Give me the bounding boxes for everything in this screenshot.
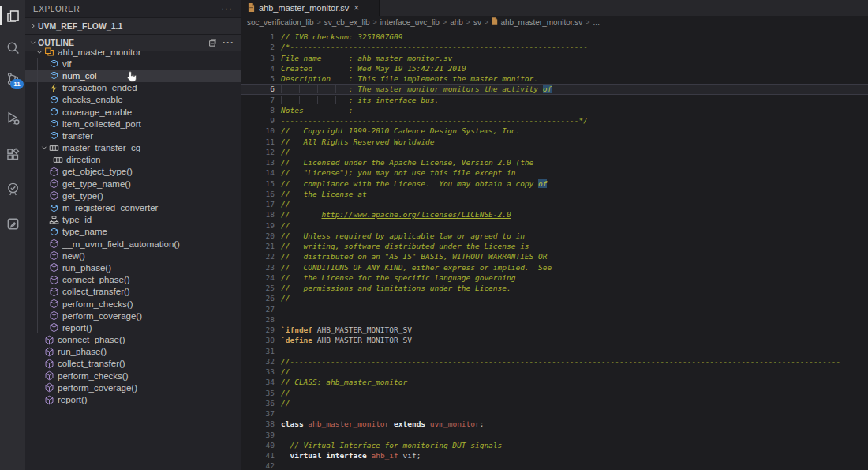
activity-edit-note-icon[interactable] bbox=[0, 213, 25, 234]
line-text: // CLASS: ahb_master_monitor bbox=[281, 377, 407, 387]
vscode-window: 11 EXPLORER ··· UVM_REF_FLOW_1.1 OUTLINE… bbox=[0, 0, 868, 470]
twistie-spacer bbox=[35, 347, 44, 356]
outline-item-transfer[interactable]: transfer bbox=[25, 130, 241, 141]
outline-item-__m_uvm_field_automation[interactable]: __m_uvm_field_automation() bbox=[25, 238, 241, 250]
section-uvm-ref-flow[interactable]: UVM_REF_FLOW_1.1 bbox=[25, 17, 241, 34]
breadcrumb-item[interactable]: sv bbox=[473, 18, 481, 27]
symbol-field-icon bbox=[49, 70, 59, 81]
outline-item-perform_checks[interactable]: perform_checks() bbox=[25, 298, 241, 310]
outline-item-report[interactable]: report() bbox=[25, 393, 241, 405]
symbol-field-icon bbox=[49, 95, 59, 105]
line-number: 1 bbox=[241, 32, 275, 42]
outline-item-label: report() bbox=[58, 395, 88, 404]
outline-item-connect_phase[interactable]: connect_phase() bbox=[25, 274, 241, 286]
outline-item-ahb_master_monitor[interactable]: ahb_master_monitor bbox=[25, 46, 241, 58]
code-editor[interactable]: 1// IVB checksum: 32518076092/*---------… bbox=[241, 28, 868, 470]
outline-item-label: run_phase() bbox=[62, 263, 111, 273]
outline-item-connect_phase[interactable]: connect_phase() bbox=[25, 334, 241, 346]
line-number: 22 bbox=[241, 251, 275, 261]
line-number: 15 bbox=[241, 179, 275, 189]
code-line-39: 39 bbox=[241, 430, 868, 440]
outline-item-num_col[interactable]: num_col bbox=[25, 70, 241, 81]
twistie-spacer bbox=[39, 167, 49, 176]
breadcrumb-item[interactable]: ahb bbox=[450, 18, 463, 27]
outline-item-run_phase[interactable]: run_phase() bbox=[25, 346, 241, 358]
code-line-28: 28 bbox=[241, 314, 868, 325]
symbol-struct-icon bbox=[49, 143, 59, 153]
outline-item-vif[interactable]: vif bbox=[25, 58, 241, 70]
outline-item-direction[interactable]: direction bbox=[25, 154, 241, 166]
sidebar-more-icon[interactable]: ··· bbox=[221, 6, 233, 11]
line-text: // "License"); you may not use this file… bbox=[281, 167, 515, 178]
breadcrumb-item[interactable]: ahb_master_monitor.sv bbox=[500, 18, 582, 27]
outline-item-coverage_enable[interactable]: coverage_enable bbox=[25, 106, 241, 118]
chevron-down-icon[interactable] bbox=[35, 47, 44, 57]
line-number: 17 bbox=[241, 199, 275, 209]
outline-item-collect_transfer[interactable]: collect_transfer() bbox=[25, 358, 241, 370]
twistie-spacer bbox=[35, 395, 44, 404]
line-text: virtual interface ahb_if vif; bbox=[281, 450, 421, 461]
code-line-6: 6 : The master monitor monitors the acti… bbox=[241, 84, 868, 94]
line-text: `define AHB_MASTER_MONITOR_SV bbox=[281, 335, 412, 345]
twistie-spacer bbox=[39, 71, 49, 81]
line-text: // http://www.apache.org/licenses/LICENS… bbox=[281, 209, 511, 220]
outline-item-label: connect_phase() bbox=[58, 335, 125, 344]
activity-source-control-icon[interactable]: 11 bbox=[0, 68, 25, 88]
outline-item-perform_checks[interactable]: perform_checks() bbox=[25, 370, 241, 382]
line-number: 39 bbox=[241, 430, 275, 440]
outline-item-type_name[interactable]: type_name bbox=[25, 226, 241, 238]
tab-ahb-master-monitor[interactable]: ahb_master_monitor.sv × bbox=[241, 0, 380, 16]
twistie-spacer bbox=[35, 335, 44, 344]
outline-item-item_collected_port[interactable]: item_collected_port bbox=[25, 118, 241, 130]
outline-item-get_object_type[interactable]: get_object_type() bbox=[25, 166, 241, 178]
outline-item-run_phase[interactable]: run_phase() bbox=[25, 261, 241, 273]
close-icon[interactable]: × bbox=[354, 4, 359, 12]
outline-item-label: checks_enable bbox=[62, 95, 123, 104]
outline-item-new[interactable]: new() bbox=[25, 250, 241, 261]
outline-item-get_type_name[interactable]: get_type_name() bbox=[25, 178, 241, 190]
code-line-13: 13// Licensed under the Apache License, … bbox=[241, 157, 868, 167]
outline-tree: ahb_master_monitorvifnum_coltransaction_… bbox=[25, 46, 241, 406]
twistie-spacer bbox=[39, 191, 49, 201]
outline-more-icon[interactable]: ··· bbox=[223, 40, 234, 45]
outline-item-get_type[interactable]: get_type() bbox=[25, 190, 241, 201]
chevron-down-icon[interactable] bbox=[39, 143, 49, 152]
symbol-method-icon bbox=[44, 382, 54, 393]
outline-item-label: report() bbox=[62, 323, 92, 333]
code-line-5: 5Description : This file implements the … bbox=[241, 73, 868, 84]
outline-item-m_registered_converter__[interactable]: m_registered_converter__ bbox=[25, 201, 241, 213]
code-line-1: 1// IVB checksum: 3251807609 bbox=[241, 32, 868, 42]
symbol-typedef-icon bbox=[49, 215, 59, 225]
breadcrumb-item[interactable]: sv_cb_ex_lib bbox=[324, 18, 370, 27]
sidebar-title: EXPLORER bbox=[33, 5, 80, 13]
outline-item-transaction_ended[interactable]: transaction_ended bbox=[25, 82, 241, 94]
symbol-method-icon bbox=[49, 287, 59, 297]
breadcrumb: soc_verification_lib>sv_cb_ex_lib>interf… bbox=[241, 16, 868, 28]
outline-item-checks_enable[interactable]: checks_enable bbox=[25, 94, 241, 106]
outline-item-label: m_registered_converter__ bbox=[62, 203, 168, 212]
breadcrumb-item[interactable]: soc_verification_lib bbox=[247, 18, 314, 27]
code-line-8: 8Notes : bbox=[241, 105, 868, 115]
line-text: // compliance with the License. You may … bbox=[281, 179, 547, 189]
outline-item-perform_coverage[interactable]: perform_coverage() bbox=[25, 382, 241, 393]
activity-run-debug-icon[interactable] bbox=[0, 107, 25, 128]
breadcrumb-separator: > bbox=[586, 18, 589, 26]
outline-item-report[interactable]: report() bbox=[25, 321, 241, 333]
outline-item-label: num_col bbox=[62, 71, 96, 81]
outline-item-collect_transfer[interactable]: collect_transfer() bbox=[25, 286, 241, 298]
line-text: // bbox=[281, 367, 290, 377]
breadcrumb-item[interactable]: ... bbox=[593, 18, 600, 27]
code-line-20: 20// Unless required by applicable law o… bbox=[241, 231, 868, 241]
twistie-spacer bbox=[39, 179, 49, 189]
outline-item-master_transfer_cg[interactable]: master_transfer_cg bbox=[25, 142, 241, 154]
breadcrumb-item[interactable]: interface_uvc_lib bbox=[380, 18, 440, 27]
code-line-14: 14// "License"); you may not use this fi… bbox=[241, 167, 868, 178]
outline-item-perform_coverage[interactable]: perform_coverage() bbox=[25, 310, 241, 321]
activity-explorer-icon[interactable] bbox=[0, 6, 25, 26]
activity-extensions-icon[interactable] bbox=[0, 144, 25, 164]
activity-testing-icon[interactable] bbox=[0, 179, 25, 199]
symbol-method-icon bbox=[49, 250, 59, 261]
symbol-field-icon bbox=[49, 107, 59, 117]
activity-search-icon[interactable] bbox=[0, 37, 25, 58]
outline-item-type_id[interactable]: type_id bbox=[25, 214, 241, 226]
